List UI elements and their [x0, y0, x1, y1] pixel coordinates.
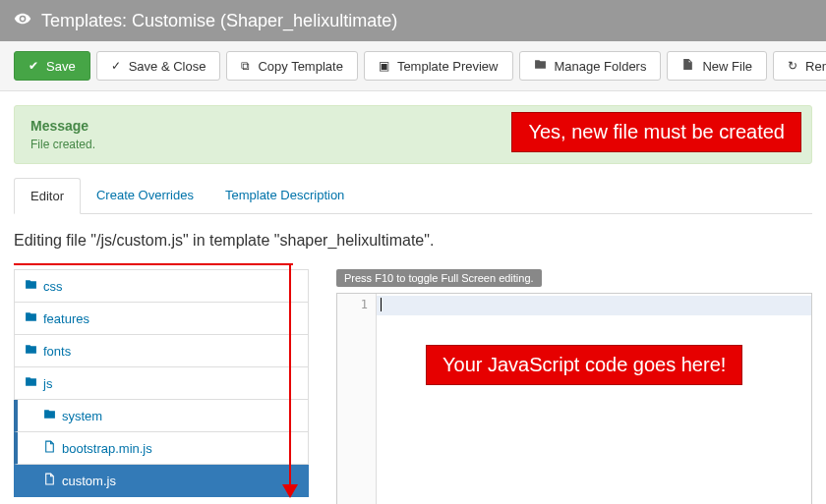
- tree-label: css: [43, 279, 63, 294]
- tree-label: fonts: [43, 344, 71, 359]
- annotation-created: Yes, new file must be created: [511, 112, 801, 152]
- annotation-code: Your JavaScript code goes here!: [426, 345, 742, 385]
- tree-folder-features[interactable]: features: [14, 303, 309, 335]
- reload-icon: ↻: [788, 59, 797, 73]
- save-label: Save: [46, 59, 76, 74]
- tab-editor[interactable]: Editor: [14, 178, 81, 214]
- eye-icon: [14, 10, 31, 31]
- copy-label: Copy Template: [258, 59, 342, 74]
- tree-label: bootstrap.min.js: [62, 441, 152, 456]
- tab-overrides[interactable]: Create Overrides: [81, 178, 209, 213]
- arrow-top: [14, 263, 293, 265]
- arrow-line: [289, 263, 291, 491]
- arrow-head-icon: [282, 484, 298, 498]
- text-cursor: [381, 298, 382, 311]
- tree-folder-system[interactable]: system: [14, 400, 309, 432]
- copy-icon: ⧉: [241, 59, 250, 73]
- folder-icon: [25, 278, 37, 294]
- folders-label: Manage Folders: [555, 59, 647, 74]
- page-title: Templates: Customise (Shaper_helixultima…: [41, 11, 397, 31]
- newfile-label: New File: [702, 59, 752, 74]
- folder-icon: [25, 343, 37, 359]
- tab-description[interactable]: Template Description: [209, 178, 360, 213]
- folder-open-icon: [25, 375, 37, 391]
- template-preview-button[interactable]: ▣ Template Preview: [364, 51, 513, 81]
- folder-icon: [25, 310, 37, 326]
- preview-label: Template Preview: [397, 59, 499, 74]
- code-editor: Press F10 to toggle Full Screen editing.…: [336, 269, 812, 504]
- toolbar: ✔ Save ✓ Save & Close ⧉ Copy Template ▣ …: [0, 41, 826, 91]
- tree-label: system: [62, 409, 102, 423]
- file-tree: css features fonts js system bootstrap.m…: [14, 269, 309, 504]
- file-icon: [681, 58, 694, 74]
- tree-label: custom.js: [62, 474, 116, 488]
- code-line-1[interactable]: [377, 296, 811, 315]
- code-textarea[interactable]: 1 Your JavaScript code goes here!: [336, 293, 812, 504]
- save-close-label: Save & Close: [129, 59, 206, 74]
- line-number: 1: [337, 294, 376, 311]
- tree-folder-css[interactable]: css: [14, 269, 309, 303]
- tree-label: features: [43, 311, 89, 326]
- rename-file-button[interactable]: ↻ Rename F: [773, 51, 826, 81]
- check-icon: ✓: [111, 59, 121, 73]
- tree-file-bootstrap[interactable]: bootstrap.min.js: [14, 432, 309, 465]
- folder-icon: [534, 58, 547, 74]
- check-icon: ✔: [29, 59, 38, 73]
- new-file-button[interactable]: New File: [667, 51, 767, 81]
- tree-label: js: [43, 376, 52, 391]
- tree-folder-js[interactable]: js: [14, 367, 309, 400]
- tree-file-custom[interactable]: custom.js: [14, 465, 309, 497]
- image-icon: ▣: [379, 59, 389, 73]
- content-area: Message File created. Yes, new file must…: [0, 91, 826, 504]
- folder-icon: [43, 408, 56, 423]
- page-header: Templates: Customise (Shaper_helixultima…: [0, 0, 826, 41]
- manage-folders-button[interactable]: Manage Folders: [519, 51, 662, 81]
- file-icon: [43, 473, 56, 488]
- save-close-button[interactable]: ✓ Save & Close: [96, 51, 221, 81]
- copy-template-button[interactable]: ⧉ Copy Template: [226, 51, 357, 81]
- editing-path: Editing file "/js/custom.js" in template…: [14, 232, 812, 250]
- save-button[interactable]: ✔ Save: [14, 51, 90, 81]
- success-alert: Message File created. Yes, new file must…: [14, 105, 812, 164]
- tree-folder-fonts[interactable]: fonts: [14, 335, 309, 367]
- fullscreen-hint: Press F10 to toggle Full Screen editing.: [336, 269, 542, 287]
- file-icon: [43, 440, 56, 456]
- arrow-annotation: [14, 263, 812, 265]
- tabs: Editor Create Overrides Template Descrip…: [14, 178, 812, 214]
- line-gutter: 1: [337, 294, 377, 504]
- rename-label: Rename F: [805, 59, 826, 74]
